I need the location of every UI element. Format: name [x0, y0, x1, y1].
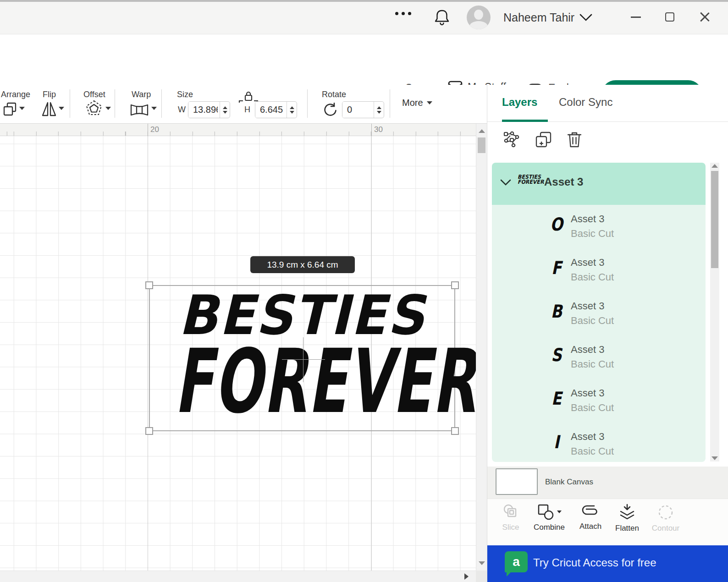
window-maximize-button[interactable]: [665, 12, 674, 22]
warp-label: Warp: [132, 90, 151, 99]
combine-button[interactable]: Combine: [529, 504, 569, 532]
scroll-up-arrow-icon[interactable]: [479, 129, 485, 133]
layer-row[interactable]: E Asset 3 Basic Cut: [492, 379, 706, 423]
flatten-button[interactable]: Flatten: [607, 504, 647, 533]
scroll-right-arrow-icon[interactable]: [464, 573, 469, 580]
flatten-icon: [618, 504, 636, 521]
blank-canvas-label: Blank Canvas: [545, 478, 593, 487]
layer-thumbnail: S: [546, 344, 567, 365]
resize-handle-top-left[interactable]: [145, 281, 153, 289]
avatar-head: [474, 10, 483, 20]
panel-scroll-thumb[interactable]: [711, 171, 718, 268]
canvas-vertical-scrollbar[interactable]: [476, 124, 487, 571]
vertical-scroll-thumb[interactable]: [478, 137, 485, 153]
grid-major-line: [148, 136, 148, 571]
tab-layers[interactable]: Layers: [502, 96, 537, 109]
notifications-bell-icon[interactable]: [434, 8, 450, 27]
layer-subtitle: Basic Cut: [571, 402, 614, 414]
group-icon[interactable]: [502, 131, 521, 149]
chevron-down-icon[interactable]: [579, 14, 592, 22]
canvas-horizontal-scrollbar[interactable]: [0, 571, 476, 582]
selection-bounding-box[interactable]: BESTIES FOREVER: [149, 285, 455, 431]
horizontal-ruler: 20 30: [0, 124, 476, 136]
combine-dropdown-caret[interactable]: [557, 511, 562, 513]
rotate-stepper[interactable]: [374, 102, 384, 118]
panel-tabs: Layers Color Sync: [487, 85, 728, 122]
slice-button: Slice: [491, 504, 530, 532]
flip-icon[interactable]: [41, 101, 57, 117]
layer-row[interactable]: S Asset 3 Basic Cut: [492, 335, 706, 379]
arrange-icon[interactable]: [3, 102, 17, 116]
attach-button[interactable]: Attach: [571, 504, 610, 531]
rotate-icon[interactable]: [322, 103, 337, 117]
titlebar: Naheem Tahir: [0, 0, 728, 34]
user-avatar[interactable]: [467, 5, 491, 29]
layer-thumbnail: E: [546, 388, 567, 409]
thumb-line2: FOREVER: [518, 180, 539, 185]
duplicate-icon[interactable]: [535, 131, 553, 149]
scroll-down-arrow-icon[interactable]: [479, 561, 485, 565]
layer-subtitle: Basic Cut: [571, 445, 614, 457]
layer-title: Asset 3: [571, 431, 604, 443]
scrollbar-corner: [476, 571, 487, 582]
slice-label: Slice: [502, 523, 519, 532]
delete-icon[interactable]: [566, 131, 583, 149]
step-up-icon[interactable]: [377, 106, 381, 109]
tab-color-sync[interactable]: Color Sync: [559, 96, 612, 109]
contour-button: Contour: [646, 504, 685, 533]
resize-handle-bottom-right[interactable]: [451, 427, 459, 435]
layer-row[interactable]: O Asset 3 Basic Cut: [492, 205, 706, 248]
cricut-access-icon: a: [505, 551, 528, 572]
layer-title: Asset 3: [571, 300, 604, 312]
blank-canvas-thumbnail[interactable]: [496, 468, 538, 495]
offset-icon[interactable]: [85, 100, 103, 117]
warp-icon[interactable]: [130, 104, 149, 116]
offset-label: Offset: [83, 90, 105, 99]
design-text[interactable]: BESTIES FOREVER: [150, 286, 454, 430]
layer-group-header[interactable]: BESTIES FOREVER Asset 3: [492, 163, 706, 205]
rotate-input[interactable]: [342, 102, 374, 118]
layer-thumbnail: F: [546, 257, 567, 278]
scroll-up-arrow-icon[interactable]: [711, 164, 718, 168]
window-minimize-button[interactable]: [631, 16, 641, 18]
layer-row[interactable]: F Asset 3 Basic Cut: [492, 248, 706, 292]
step-up-icon[interactable]: [223, 106, 227, 109]
overflow-menu-icon[interactable]: [395, 12, 411, 15]
chevron-down-icon[interactable]: [500, 179, 511, 186]
panel-scrollbar[interactable]: [710, 163, 719, 461]
warp-dropdown-caret[interactable]: [151, 107, 157, 110]
more-label: More: [402, 98, 423, 108]
layer-row[interactable]: B Asset 3 Basic Cut: [492, 292, 706, 335]
contour-label: Contour: [652, 524, 679, 533]
scroll-down-arrow-icon[interactable]: [711, 456, 718, 460]
step-down-icon[interactable]: [290, 111, 294, 114]
design-canvas[interactable]: 20 30 13.9 cm x 6.64 cm BESTIES FOREVER: [0, 124, 476, 571]
window-close-button[interactable]: [699, 11, 711, 23]
arrange-dropdown-caret[interactable]: [19, 107, 25, 110]
design-text-line2: FOREVER: [174, 337, 430, 425]
user-name[interactable]: Naheem Tahir: [503, 11, 574, 24]
layer-subtitle: Basic Cut: [571, 228, 614, 240]
layer-title: Asset 3: [571, 387, 604, 399]
step-up-icon[interactable]: [290, 106, 294, 109]
resize-handle-top-right[interactable]: [451, 281, 459, 289]
toolbar-separator: [390, 89, 390, 118]
offset-dropdown-caret[interactable]: [105, 107, 111, 110]
flip-dropdown-caret[interactable]: [59, 107, 64, 110]
height-stepper[interactable]: [287, 102, 297, 118]
step-down-icon[interactable]: [223, 111, 227, 114]
width-field: [188, 101, 230, 118]
more-button[interactable]: More: [402, 98, 432, 108]
cricut-access-banner[interactable]: a Try Cricut Access for free: [487, 545, 728, 582]
combine-label: Combine: [534, 523, 565, 532]
header-bar: Save My Stuff Explore Make: [0, 35, 728, 85]
width-stepper[interactable]: [220, 102, 230, 118]
height-input[interactable]: [255, 102, 287, 118]
size-tooltip: 13.9 cm x 6.64 cm: [250, 256, 355, 273]
layer-thumbnail: B: [546, 301, 567, 322]
width-input[interactable]: [188, 102, 220, 118]
step-down-icon[interactable]: [377, 111, 381, 114]
layer-row[interactable]: I Asset 3 Basic Cut: [492, 423, 706, 466]
resize-handle-bottom-left[interactable]: [145, 427, 153, 435]
selection-center-crosshair: [282, 359, 325, 360]
